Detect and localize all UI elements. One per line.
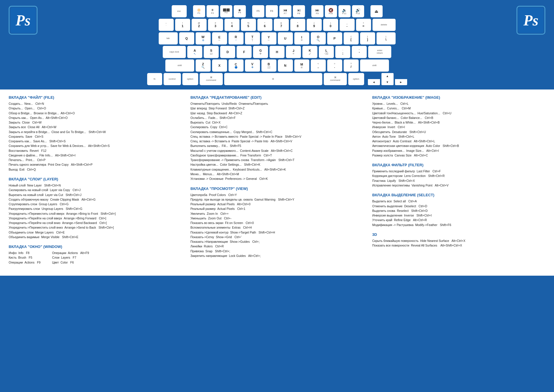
key-t[interactable]: T T	[245, 32, 260, 44]
key-eject[interactable]: ⏏	[370, 5, 383, 17]
key-x[interactable]: X	[212, 59, 227, 72]
key-m[interactable]: M ⊞	[294, 59, 309, 72]
key-bracket-r[interactable]: } ]	[360, 32, 375, 44]
window-group: ВКЛАДКА "ОКНО" (WINDOW) Инфо Info F8 Кис…	[9, 244, 182, 265]
key-fn[interactable]: fn	[147, 73, 162, 85]
key-option-right[interactable]: option	[348, 73, 364, 85]
key-f5[interactable]: F5	[252, 5, 264, 17]
key-7[interactable]: & 7	[274, 19, 289, 31]
key-f7[interactable]: ⏮ F7	[279, 5, 291, 17]
key-d[interactable]: D	[220, 46, 235, 58]
key-semicolon[interactable]: : ;	[335, 46, 350, 58]
key-period[interactable]: > .	[327, 59, 342, 72]
key-minus[interactable]: _ -	[340, 19, 355, 31]
key-f[interactable]: F	[237, 46, 252, 58]
key-bracket-l[interactable]: { [	[344, 32, 359, 44]
key-shift-right[interactable]: shift	[360, 59, 389, 72]
key-command-left[interactable]: ⌘ command	[200, 73, 223, 85]
asdf-row: caps lock A ↖ S 🖃 D F G ✥ H	[49, 46, 505, 58]
key-option-left[interactable]: option	[182, 73, 198, 85]
key-n[interactable]: N	[278, 59, 293, 72]
key-arrow-left[interactable]: ◄	[368, 79, 380, 85]
key-i[interactable]: I 👁	[294, 32, 309, 44]
view-title: ВКЛАДКА "ПРОСМОТР" (VIEW)	[190, 186, 364, 191]
key-slash[interactable]: ? /	[344, 59, 359, 72]
key-esc[interactable]: esc	[172, 5, 187, 17]
key-3[interactable]: # 3	[208, 19, 223, 31]
key-r[interactable]: R ☞	[229, 32, 244, 44]
file-item-5: Закрыть Close Ctrl+W	[9, 120, 182, 125]
key-enter[interactable]: enter return	[368, 46, 391, 58]
key-comma[interactable]: < ,	[311, 59, 326, 72]
key-w[interactable]: W ✲	[196, 32, 211, 44]
key-arrow-up[interactable]: ▲	[381, 73, 394, 79]
key-u[interactable]: U	[278, 32, 293, 44]
file-item-14: Печать одного экземпляра Print One Copy …	[9, 162, 182, 167]
key-quote[interactable]: " '	[352, 46, 367, 58]
key-arrow-down[interactable]: ▼	[381, 79, 394, 85]
key-5[interactable]: % 5	[241, 19, 256, 31]
key-y[interactable]: Y ✂	[261, 32, 276, 44]
key-backslash[interactable]: | \	[377, 32, 396, 44]
3d-title: 3D	[372, 232, 545, 237]
key-f8[interactable]: ⏯ F8	[293, 5, 305, 17]
key-f12[interactable]: 🔊 F12	[352, 5, 364, 17]
ps-logo-right: Ps	[516, 6, 545, 35]
file-item-2: Открыть... Open... Ctrl+O	[9, 106, 182, 111]
key-control[interactable]: control	[164, 73, 181, 85]
key-g[interactable]: G ✥	[253, 46, 268, 58]
key-p[interactable]: P	[327, 32, 342, 44]
key-f6[interactable]: F6	[266, 5, 278, 17]
key-o[interactable]: O 🔍	[311, 32, 326, 44]
key-delete[interactable]: delete	[373, 19, 396, 31]
bottom-row: fn control option ⌘ command ⊟ ⌘ command …	[49, 73, 505, 85]
key-space[interactable]: ⊟	[224, 73, 322, 85]
key-k[interactable]: K 🖊	[302, 46, 317, 58]
key-v[interactable]: V ✚	[245, 59, 260, 72]
key-shift-left[interactable]: shift	[165, 59, 194, 72]
key-b[interactable]: B ⬜	[261, 59, 276, 72]
key-f3[interactable]: ⬛⬛ F3	[220, 5, 232, 17]
key-f2[interactable]: ☀ F2	[207, 5, 219, 17]
key-s[interactable]: S 🖃	[204, 46, 219, 58]
key-z[interactable]: Z 🔍	[196, 59, 211, 72]
key-4[interactable]: $ 4	[224, 19, 239, 31]
qwerty-row: tab Q W ✲ E ✏ R ☞ T T Y ✂	[49, 32, 505, 44]
edit-group: ВКЛАДКА "РЕДАКТИРОВАНИЕ" (EDIT) Отменить…	[190, 95, 364, 181]
shortcuts-section: ВКЛАДКА "ФАЙЛ" (FILE) Создать... New... …	[0, 89, 554, 276]
key-command-right[interactable]: ⌘ command	[324, 73, 347, 85]
key-f10[interactable]: 🔇 F10	[325, 5, 337, 17]
key-9[interactable]: ( 9	[307, 19, 322, 31]
layer-title: ВКЛАДКА "СЛОИ" (LAYER)	[9, 177, 182, 181]
column-2: ВКЛАДКА "РЕДАКТИРОВАНИЕ" (EDIT) Отменить…	[190, 95, 364, 270]
key-0[interactable]: ) 0	[323, 19, 338, 31]
key-1[interactable]: ! 1	[175, 19, 190, 31]
numbers-row: ~ ` ! 1 @ 2 # 3 $ 4 % 5	[49, 19, 505, 31]
key-c[interactable]: C 🔵	[229, 59, 244, 72]
zxcv-row: shift Z 🔍 X C 🔵 V ✚ B ⬜ N	[49, 59, 505, 72]
key-f1[interactable]: 🔅 F1	[193, 5, 205, 17]
select-title: ВКЛАДКА ВЫДЕЛЕНИЕ (SELECT)	[372, 193, 545, 197]
key-l[interactable]: L ⌫	[319, 46, 334, 58]
key-equals[interactable]: + =	[356, 19, 371, 31]
column-3: ВКЛАДКА "ИЗОБРАЖЕНИЕ" (IMAGE) Уровни... …	[372, 95, 545, 270]
file-group: ВКЛАДКА "ФАЙЛ" (FILE) Создать... New... …	[9, 95, 182, 172]
key-e[interactable]: E ✏	[212, 32, 227, 44]
key-capslock[interactable]: caps lock	[163, 46, 186, 58]
key-q[interactable]: Q	[179, 32, 194, 44]
key-tab[interactable]: tab	[159, 32, 178, 44]
key-arrow-right[interactable]: ►	[395, 79, 407, 85]
key-8[interactable]: * 8	[290, 19, 305, 31]
key-a[interactable]: A ↖	[187, 46, 202, 58]
file-title: ВКЛАДКА "ФАЙЛ" (FILE)	[9, 95, 182, 100]
key-2[interactable]: @ 2	[192, 19, 207, 31]
image-group: ВКЛАДКА "ИЗОБРАЖЕНИЕ" (IMAGE) Уровни... …	[372, 95, 545, 158]
key-h[interactable]: H	[269, 46, 285, 58]
file-item-4: Открыть как... Open As... Alt+Shift+Ctrl…	[9, 115, 182, 120]
key-f9[interactable]: ⏭ F9	[311, 5, 323, 17]
key-j[interactable]: J ✒	[286, 46, 301, 58]
key-tilde[interactable]: ~ `	[159, 19, 174, 31]
key-f4[interactable]: ◉ F4	[234, 5, 246, 17]
key-6[interactable]: ^ 6	[257, 19, 272, 31]
key-f11[interactable]: 🔉 F11	[338, 5, 351, 17]
